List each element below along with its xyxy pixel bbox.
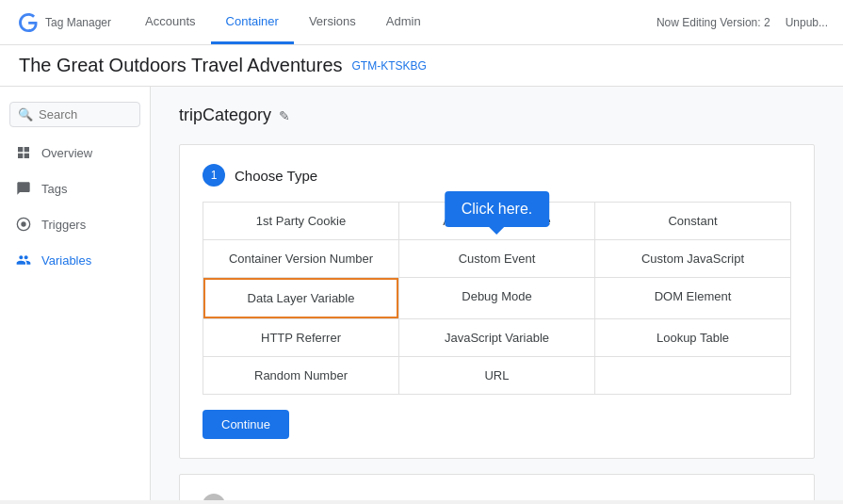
type-dom-element[interactable]: DOM Element [595,278,790,318]
type-empty [595,357,790,394]
step2-header: 2 Configure Variable [203,494,791,500]
main-layout: 🔍 Overview Tags [0,87,843,500]
sidebar-triggers-label: Triggers [41,218,86,232]
svg-point-1 [21,221,25,226]
variable-header: tripCategory ✎ [179,106,815,125]
type-debug-mode[interactable]: Debug Mode [399,278,594,318]
logo-area: Tag Manager [15,9,111,36]
nav-links: Accounts Container Versions Admin [130,0,436,44]
type-custom-event-container[interactable]: Click here. Custom Event [399,240,594,277]
search-icon: 🔍 [18,107,33,122]
step1-header: 1 Choose Type [203,164,791,187]
type-grid: 1st Party Cookie Auto-Event Variable Con… [203,202,791,395]
container-id: GTM-KTSKBG [352,59,427,73]
nav-admin[interactable]: Admin [371,0,436,44]
type-custom-javascript[interactable]: Custom JavaScript [595,240,790,277]
editing-status: Now Editing Version: 2 [657,16,770,29]
step1-title: Choose Type [235,168,317,184]
gtm-logo-text: Tag Manager [45,16,111,29]
triggers-icon [15,216,32,233]
nav-accounts[interactable]: Accounts [130,0,210,44]
sidebar-item-variables[interactable]: Variables [0,242,150,278]
top-nav: Tag Manager Accounts Container Versions … [0,0,843,45]
type-container-version-number[interactable]: Container Version Number [203,240,398,277]
google-logo [15,9,41,36]
type-javascript-variable[interactable]: JavaScript Variable [399,319,594,356]
sidebar-item-overview[interactable]: Overview [0,135,150,171]
sidebar-tags-label: Tags [41,182,67,196]
page-title: The Great Outdoors Travel Adventures [19,55,343,76]
type-http-referrer[interactable]: HTTP Referrer [203,319,398,356]
step1-card: 1 Choose Type 1st Party Cookie Auto-Even… [179,144,815,459]
continue-button[interactable]: Continue [203,410,289,439]
main-content: tripCategory ✎ 1 Choose Type 1st Party C… [151,87,843,500]
type-1st-party-cookie[interactable]: 1st Party Cookie [203,203,398,239]
page-title-bar: The Great Outdoors Travel Adventures GTM… [0,45,843,87]
type-url[interactable]: URL [399,357,594,394]
top-right-info: Now Editing Version: 2 Unpub... [657,16,828,29]
type-constant[interactable]: Constant [595,203,790,239]
tags-icon [15,180,32,197]
nav-versions[interactable]: Versions [294,0,371,44]
nav-container[interactable]: Container [211,0,294,44]
step2-number: 2 [203,494,225,500]
overview-icon [15,144,32,161]
publish-status: Unpub... [786,16,828,29]
step1-number: 1 [203,164,225,187]
type-lookup-table[interactable]: Lookup Table [595,319,790,356]
step1-buttons: Continue [203,410,791,439]
sidebar-variables-label: Variables [41,253,91,268]
step2-title: Configure Variable [235,497,350,501]
search-input[interactable] [39,107,132,122]
edit-icon[interactable]: ✎ [279,108,290,123]
sidebar-overview-label: Overview [41,146,92,160]
sidebar-item-tags[interactable]: Tags [0,171,150,206]
click-tooltip: Click here. [445,191,550,227]
sidebar: 🔍 Overview Tags [0,87,151,500]
type-random-number[interactable]: Random Number [203,357,398,394]
step2-card: 2 Configure Variable Create Variable Can… [179,474,815,500]
variable-title: tripCategory [179,106,271,125]
sidebar-item-triggers[interactable]: Triggers [0,206,150,242]
type-data-layer-variable[interactable]: Data Layer Variable [203,278,398,318]
search-box[interactable]: 🔍 [9,102,140,127]
variables-icon [15,252,32,268]
